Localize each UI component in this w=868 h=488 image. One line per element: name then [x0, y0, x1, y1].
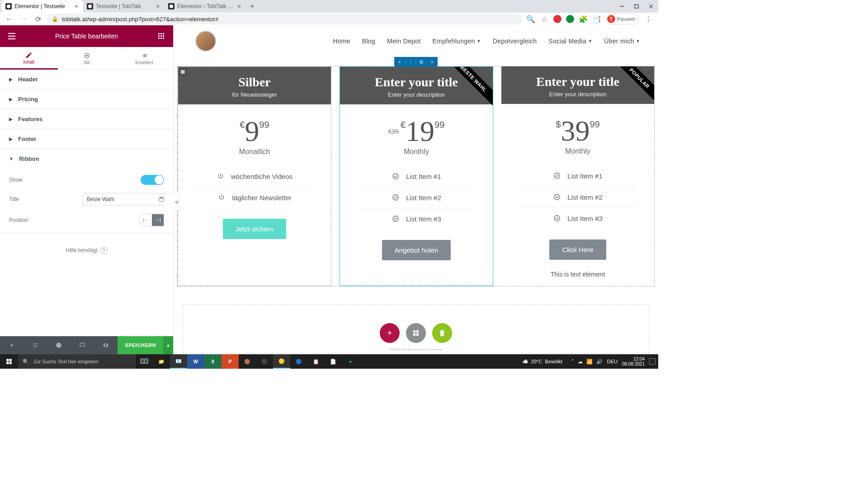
nav-item-depotvergleich[interactable]: Depotvergleich [493, 38, 537, 45]
language-indicator[interactable]: DEU [607, 359, 618, 364]
mail-icon[interactable]: 📧 [170, 354, 187, 369]
taskview-icon[interactable] [136, 354, 153, 369]
back-button[interactable]: ← [4, 14, 14, 24]
obs-icon[interactable]: ⚫ [256, 354, 273, 369]
responsive-button[interactable] [71, 336, 94, 354]
weather-icon: ☁️ [522, 359, 528, 365]
add-section-button[interactable]: + [380, 323, 400, 343]
cta-button[interactable]: Jetzt sichern [223, 219, 286, 239]
cta-button[interactable]: Angebot holen [382, 240, 451, 260]
empty-section[interactable]: + Widget hierher ziehen [183, 305, 649, 353]
menu-icon[interactable]: ⋮ [644, 14, 653, 23]
wifi-icon[interactable]: 📶 [586, 359, 593, 365]
app-icon[interactable]: 🟤 [239, 354, 256, 369]
pricing-section[interactable]: + ⋮⋮⋮ ⧉ × ▦ Silber für Neueinsteiger € [177, 57, 655, 286]
excel-icon[interactable]: X [204, 354, 222, 369]
system-tray[interactable]: ˄ ☁ 📶 🔊 [571, 359, 603, 365]
position-right-button[interactable]: →| [152, 214, 164, 226]
widgets-grid-icon[interactable] [155, 30, 168, 42]
position-left-button[interactable]: |← [140, 214, 152, 226]
price-card-3[interactable]: POPULAR Enter your title Enter your desc… [501, 66, 654, 286]
save-label: SPEICHERN [125, 343, 156, 348]
title-input[interactable] [83, 193, 159, 206]
edge-icon[interactable]: 🔵 [290, 354, 307, 369]
settings-button[interactable] [0, 336, 24, 354]
browser-tab-1[interactable]: Testseite | TobiTalk × [83, 0, 165, 13]
start-button[interactable] [0, 354, 18, 369]
minimize-button[interactable] [615, 0, 629, 13]
nav-item-depot[interactable]: Mein Depot [387, 38, 421, 45]
new-tab-button[interactable]: + [246, 0, 259, 13]
delete-section-button[interactable]: × [427, 57, 438, 67]
accordion-toggle-features[interactable]: ▶ Features [0, 109, 173, 129]
clock[interactable]: 12:04 08.08.2021 [622, 357, 645, 366]
help-link[interactable]: Hilfe benötigt ? [0, 233, 173, 267]
show-toggle[interactable] [141, 175, 164, 185]
close-icon[interactable]: × [73, 3, 80, 9]
tab-advanced[interactable]: Erweitert [115, 47, 173, 69]
close-icon[interactable]: × [155, 3, 161, 9]
notifications-icon[interactable] [649, 358, 656, 365]
dynamic-tags-button[interactable] [159, 193, 165, 206]
url-bar[interactable]: 🔒 tobitalk.at/wp-admin/post.php?post=627… [47, 14, 523, 24]
maximize-button[interactable] [629, 0, 644, 13]
history-button[interactable] [47, 336, 71, 354]
extension-icon[interactable] [566, 15, 574, 23]
template-library-button[interactable] [406, 323, 426, 343]
price-card-1[interactable]: Silber für Neueinsteiger € 9 99 Monatlic… [178, 66, 331, 286]
close-button[interactable] [644, 0, 658, 13]
accordion-toggle-pricing[interactable]: ▶ Pricing [0, 89, 173, 109]
price-main: 39 [561, 117, 590, 145]
extension-icon[interactable] [553, 15, 561, 23]
close-icon[interactable]: × [236, 3, 242, 9]
tray-chevron-icon[interactable]: ˄ [571, 359, 574, 365]
browser-tab-2[interactable]: Elementor ‹ TobiTalk — WordPre × [165, 0, 246, 13]
nav-item-home[interactable]: Home [333, 38, 350, 45]
onedrive-icon[interactable]: ☁ [578, 359, 583, 365]
database-icon [159, 197, 164, 202]
nav-item-social[interactable]: Social Media▼ [548, 38, 592, 45]
import-template-button[interactable] [432, 323, 452, 343]
chrome-icon[interactable]: 🟡 [273, 354, 290, 369]
weather-widget[interactable]: ☁️ 20°C Bewölkt [522, 359, 562, 365]
powerpoint-icon[interactable]: P [222, 354, 239, 369]
accordion-toggle-footer[interactable]: ▶ Footer [0, 129, 173, 149]
tab-content[interactable]: Inhalt [0, 47, 58, 70]
app-icon[interactable]: 📄 [325, 354, 342, 369]
spotify-icon[interactable]: ● [342, 354, 359, 369]
accordion-toggle-ribbon[interactable]: ▼ Ribbon [0, 149, 173, 169]
preview-canvas[interactable]: Home Blog Mein Depot Empfehlungen▼ Depot… [174, 25, 658, 354]
nav-item-about[interactable]: Über mich▼ [604, 38, 640, 45]
column-edit-handle[interactable]: ▦ [178, 67, 187, 76]
save-options-button[interactable]: ▲ [163, 336, 173, 354]
word-icon[interactable]: W [187, 354, 204, 369]
accordion-toggle-header[interactable]: ▶ Header [0, 70, 173, 89]
extensions-icon[interactable]: 🧩 [579, 14, 588, 23]
collapse-sidebar-button[interactable]: ◀ [173, 192, 179, 211]
window-controls [615, 0, 658, 13]
nav-item-empfehlungen[interactable]: Empfehlungen▼ [433, 38, 481, 45]
accordion-pricing-section: ▶ Pricing [0, 89, 173, 109]
reload-button[interactable]: ⟳ [33, 14, 43, 24]
volume-icon[interactable]: 🔊 [596, 359, 603, 365]
forward-button[interactable]: → [18, 14, 29, 24]
cta-button[interactable]: Click Here [549, 239, 606, 260]
preview-button[interactable] [94, 336, 118, 354]
app-icon[interactable]: 📋 [307, 354, 325, 369]
hamburger-icon[interactable] [5, 30, 18, 42]
bookmark-icon[interactable]: ☆ [540, 14, 549, 23]
edit-section-button[interactable]: ⋮⋮⋮ [405, 57, 416, 67]
reading-list-icon[interactable]: 📑 [592, 14, 601, 23]
save-button[interactable]: SPEICHERN [118, 336, 163, 354]
tab-style[interactable]: Stil [58, 47, 116, 69]
file-explorer-icon[interactable]: 📁 [153, 354, 170, 369]
duplicate-section-button[interactable]: ⧉ [416, 57, 427, 67]
zoom-icon[interactable]: 🔍 [526, 14, 535, 23]
nav-item-blog[interactable]: Blog [362, 38, 375, 45]
browser-tab-0[interactable]: Elementor | Testseite × [2, 0, 83, 13]
navigator-button[interactable] [24, 336, 47, 354]
site-logo[interactable] [195, 31, 216, 52]
price-card-2[interactable]: BESTE WAHL Enter your title Enter your d… [340, 66, 493, 286]
profile-badge[interactable]: T Pausiert [606, 14, 639, 24]
taskbar-search[interactable]: 🔍 Zur Suche Text hier eingeben [18, 354, 136, 369]
